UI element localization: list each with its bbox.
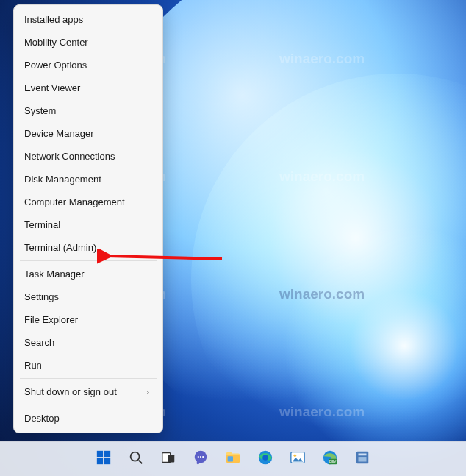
menu-separator [20,260,157,261]
winx-context-menu: Installed appsMobility CenterPower Optio… [13,4,163,433]
menu-item-installed-apps[interactable]: Installed apps [14,8,162,31]
edge-dev-button[interactable]: DEV [320,450,340,469]
chevron-right-icon: › [143,386,152,397]
menu-item-label: System [24,105,56,116]
chat-button[interactable] [191,450,210,469]
windows-icon [96,450,112,469]
menu-item-label: Device Manager [24,128,94,139]
menu-item-network-connections[interactable]: Network Connections [14,145,162,168]
svg-point-16 [262,455,268,460]
menu-item-label: Computer Management [24,196,125,207]
edge-dev-icon: DEV [322,450,338,469]
edge-icon [257,450,273,469]
taskview-icon [160,450,176,469]
start-button[interactable] [94,450,113,469]
svg-line-6 [139,461,143,464]
svg-rect-23 [359,454,367,456]
menu-item-system[interactable]: System [14,99,162,122]
menu-item-terminal[interactable]: Terminal [14,213,162,236]
menu-item-device-manager[interactable]: Device Manager [14,122,162,145]
menu-item-label: Power Options [24,60,87,71]
svg-rect-24 [359,457,367,461]
task-view-button[interactable] [159,450,178,469]
menu-item-terminal-admin[interactable]: Terminal (Admin) [14,236,162,259]
menu-item-search[interactable]: Search [14,331,162,354]
menu-item-label: Terminal (Admin) [24,242,96,253]
svg-rect-3 [97,458,103,464]
svg-text:DEV: DEV [329,460,337,463]
menu-item-run[interactable]: Run [14,354,162,377]
menu-item-label: Run [24,360,42,371]
edge-button[interactable] [256,450,275,469]
menu-item-label: Event Viewer [24,82,80,93]
app-button[interactable] [353,450,372,469]
menu-item-label: Shut down or sign out [24,386,117,397]
svg-point-11 [200,456,201,458]
menu-item-label: Mobility Center [24,37,88,48]
menu-item-computer-management[interactable]: Computer Management [14,191,162,213]
svg-rect-4 [104,458,110,464]
menu-item-label: Installed apps [24,14,83,25]
search-icon [128,450,144,469]
menu-item-label: Settings [24,291,59,302]
folder-icon [225,450,241,469]
menu-item-desktop[interactable]: Desktop [14,407,162,430]
taskbar: DEV [0,441,466,476]
svg-rect-14 [228,456,233,461]
menu-item-label: File Explorer [24,314,78,325]
chat-icon [193,450,209,469]
menu-separator [20,378,157,379]
menu-item-event-viewer[interactable]: Event Viewer [14,77,162,99]
menu-item-file-explorer[interactable]: File Explorer [14,308,162,331]
svg-point-12 [202,456,204,458]
menu-item-label: Terminal [24,219,60,230]
menu-item-mobility-center[interactable]: Mobility Center [14,31,162,54]
svg-rect-2 [104,451,110,457]
svg-point-10 [198,456,199,458]
svg-rect-8 [168,455,174,462]
svg-rect-1 [97,451,103,457]
menu-item-label: Task Manager [24,269,85,280]
search-button[interactable] [126,450,146,469]
menu-item-shut-down-or-sign-out[interactable]: Shut down or sign out› [14,380,162,403]
file-explorer-button[interactable] [223,450,243,469]
menu-item-label: Network Connections [24,151,115,162]
menu-item-disk-management[interactable]: Disk Management [14,168,162,191]
photos-button[interactable] [288,450,307,469]
photos-icon [290,450,306,469]
svg-point-5 [131,452,140,461]
generic-app-icon [354,450,370,469]
menu-item-label: Search [24,337,54,348]
menu-item-label: Disk Management [24,174,101,185]
menu-item-task-manager[interactable]: Task Manager [14,263,162,285]
menu-item-label: Desktop [24,413,60,424]
menu-separator [20,405,157,405]
svg-point-18 [294,454,297,457]
menu-item-settings[interactable]: Settings [14,285,162,308]
menu-item-power-options[interactable]: Power Options [14,54,162,77]
